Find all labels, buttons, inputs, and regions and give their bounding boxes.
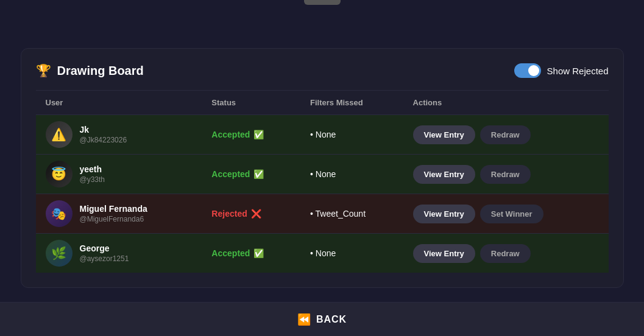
actions-container: View Entry Redraw [413,125,599,144]
actions-cell-0: View Entry Redraw [403,115,609,155]
status-badge: Accepted ✅ [211,248,291,258]
status-badge: Rejected ❌ [211,209,291,219]
user-info-container: 😇 yeeth @y33th [46,161,193,187]
status-badge: Accepted ✅ [211,169,291,179]
table-header: User Status Filters Missed Actions [36,91,609,115]
user-text-info: yeeth @y33th [80,164,105,184]
filters-cell-2: • Tweet_Count [300,194,403,234]
actions-cell-3: View Entry Redraw [403,234,609,273]
status-cell-1: Accepted ✅ [202,155,300,194]
bottom-bar: ⏪ BACK [0,302,644,336]
status-cell-0: Accepted ✅ [202,115,300,155]
user-handle: @MiguelFernanda6 [80,215,147,223]
user-text-info: George @aysezor1251 [80,243,129,263]
status-cell-2: Rejected ❌ [202,194,300,234]
table-row: 🌿 George @aysezor1251 Accepted ✅ • None … [36,234,609,273]
view-entry-button[interactable]: View Entry [413,205,475,223]
table-row: ⚠️ Jk @Jk84223026 Accepted ✅ • None View… [36,115,609,155]
redraw-button[interactable]: Redraw [480,125,531,144]
actions-container: View Entry Set Winner [413,205,599,223]
table-row: 😇 yeeth @y33th Accepted ✅ • None View En… [36,155,609,194]
panel-header: 🏆 Drawing Board Show Rejected [36,63,609,78]
back-button[interactable]: ⏪ BACK [297,313,347,326]
redraw-button[interactable]: Redraw [480,165,531,184]
back-icon: ⏪ [297,313,311,326]
table-body: ⚠️ Jk @Jk84223026 Accepted ✅ • None View… [36,115,609,273]
set-winner-button[interactable]: Set Winner [480,205,543,223]
user-handle: @y33th [80,175,105,184]
avatar: 🌿 [46,240,73,267]
main-panel: 🏆 Drawing Board Show Rejected User Statu… [21,48,624,288]
table-header-row: User Status Filters Missed Actions [36,91,609,115]
username: yeeth [80,164,105,174]
top-accent-decoration [304,0,341,5]
user-text-info: Jk @Jk84223026 [80,125,127,144]
user-cell-0: ⚠️ Jk @Jk84223026 [36,115,202,155]
user-handle: @Jk84223026 [80,136,127,144]
status-icon: ❌ [251,209,261,219]
username: George [80,243,129,253]
status-badge: Accepted ✅ [211,130,291,139]
back-button-label: BACK [316,314,347,325]
show-rejected-toggle[interactable] [514,63,541,78]
avatar: ⚠️ [46,121,73,148]
avatar: 🎭 [46,200,73,227]
table-row: 🎭 Miguel Fernanda @MiguelFernanda6 Rejec… [36,194,609,234]
entries-table: User Status Filters Missed Actions ⚠️ Jk… [36,91,609,273]
username: Miguel Fernanda [80,204,147,214]
trophy-icon: 🏆 [36,63,51,78]
status-icon: ✅ [253,130,264,139]
user-handle: @aysezor1251 [80,254,129,263]
actions-container: View Entry Redraw [413,244,599,263]
user-info-container: ⚠️ Jk @Jk84223026 [46,121,193,148]
view-entry-button[interactable]: View Entry [413,244,475,263]
user-cell-3: 🌿 George @aysezor1251 [36,234,202,273]
col-header-status: Status [202,91,300,115]
user-text-info: Miguel Fernanda @MiguelFernanda6 [80,204,147,223]
user-info-container: 🎭 Miguel Fernanda @MiguelFernanda6 [46,200,193,227]
status-cell-3: Accepted ✅ [202,234,300,273]
actions-container: View Entry Redraw [413,165,599,184]
filters-cell-0: • None [300,115,403,155]
status-icon: ✅ [253,248,264,258]
view-entry-button[interactable]: View Entry [413,165,475,184]
page-wrapper: 🏆 Drawing Board Show Rejected User Statu… [0,0,644,336]
actions-cell-1: View Entry Redraw [403,155,609,194]
col-header-user: User [36,91,202,115]
user-info-container: 🌿 George @aysezor1251 [46,240,193,267]
col-header-filters: Filters Missed [300,91,403,115]
view-entry-button[interactable]: View Entry [413,125,475,144]
user-cell-1: 😇 yeeth @y33th [36,155,202,194]
toggle-label: Show Rejected [547,66,609,76]
redraw-button[interactable]: Redraw [480,244,531,263]
col-header-actions: Actions [403,91,609,115]
status-icon: ✅ [253,169,264,179]
panel-title: 🏆 Drawing Board [36,63,144,78]
filters-cell-1: • None [300,155,403,194]
username: Jk [80,125,127,135]
filters-cell-3: • None [300,234,403,273]
actions-cell-2: View Entry Set Winner [403,194,609,234]
avatar: 😇 [46,161,73,187]
user-cell-2: 🎭 Miguel Fernanda @MiguelFernanda6 [36,194,202,234]
panel-title-text: Drawing Board [57,64,144,78]
toggle-container: Show Rejected [514,63,609,78]
